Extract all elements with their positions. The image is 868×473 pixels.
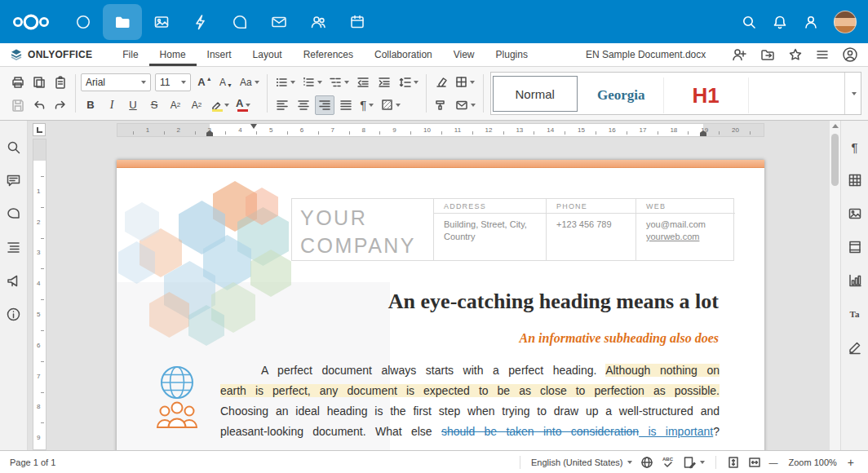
signature-settings-button[interactable] bbox=[845, 338, 865, 357]
vertical-ruler[interactable]: 123456789 bbox=[33, 139, 46, 450]
app-dashboard-button[interactable] bbox=[64, 4, 103, 40]
headerfooter-settings-button[interactable] bbox=[845, 237, 865, 257]
right-panel: ¶ Ta bbox=[840, 121, 868, 450]
mail-merge-button[interactable] bbox=[453, 95, 478, 115]
tab-collaboration[interactable]: Collaboration bbox=[364, 43, 443, 66]
nonprinting-characters-button[interactable]: ¶ bbox=[357, 95, 377, 115]
tab-layout[interactable]: Layout bbox=[242, 43, 293, 66]
about-button[interactable] bbox=[4, 304, 24, 324]
home-toolbar: Arial 11 A▲ A▼ Aa B I U S bbox=[0, 67, 868, 121]
app-talk-button[interactable] bbox=[220, 4, 259, 40]
multilevel-list-button[interactable] bbox=[326, 73, 352, 92]
style-normal[interactable]: Normal bbox=[493, 76, 578, 112]
fit-page-button[interactable] bbox=[723, 453, 744, 471]
styles-gallery-expand-button[interactable] bbox=[844, 73, 861, 114]
textart-settings-button[interactable]: Ta bbox=[845, 304, 865, 324]
italic-button[interactable]: I bbox=[102, 95, 122, 115]
decrease-indent-button[interactable] bbox=[353, 73, 373, 92]
numbered-list-button[interactable] bbox=[299, 73, 325, 92]
superscript-button[interactable]: A2 bbox=[166, 95, 185, 115]
app-photos-button[interactable] bbox=[142, 4, 181, 40]
align-right-button[interactable] bbox=[315, 95, 334, 115]
tab-references[interactable]: References bbox=[293, 43, 364, 66]
fit-width-button[interactable] bbox=[744, 453, 765, 471]
chat-panel-button[interactable] bbox=[4, 204, 24, 223]
copy-style-button[interactable] bbox=[432, 95, 451, 115]
bullet-list-button[interactable] bbox=[272, 73, 298, 92]
redo-button[interactable] bbox=[51, 95, 70, 115]
bold-button[interactable]: B bbox=[81, 95, 100, 115]
image-settings-button[interactable] bbox=[845, 204, 865, 223]
tab-home[interactable]: Home bbox=[149, 43, 197, 66]
company-info-table: ADDRESS PHONE WEB Building, Street, City… bbox=[291, 198, 734, 261]
search-panel-button[interactable] bbox=[4, 137, 24, 157]
document-page[interactable]: YOUR COMPANY ADDRESS PHONE WEB Building,… bbox=[117, 160, 764, 462]
align-left-button[interactable] bbox=[272, 95, 292, 115]
style-georgia[interactable]: Georgia bbox=[579, 77, 664, 113]
increment-font-button[interactable]: A▲ bbox=[195, 73, 215, 92]
tab-plugins[interactable]: Plugins bbox=[485, 43, 538, 66]
notifications-bell-icon[interactable] bbox=[772, 14, 788, 30]
line-spacing-button[interactable] bbox=[396, 73, 421, 92]
app-mail-button[interactable] bbox=[259, 4, 299, 40]
scroll-up-arrow[interactable] bbox=[832, 124, 839, 128]
clear-style-button[interactable] bbox=[432, 73, 451, 92]
navigation-panel-button[interactable] bbox=[4, 237, 24, 257]
contacts-menu-icon[interactable] bbox=[803, 14, 819, 30]
favorite-star-icon[interactable] bbox=[788, 47, 803, 62]
user-avatar[interactable] bbox=[834, 11, 857, 33]
track-changes-button[interactable] bbox=[679, 453, 709, 471]
first-line-indent-marker[interactable] bbox=[250, 124, 257, 129]
strikethrough-button[interactable]: S bbox=[144, 95, 164, 115]
paragraph-shading-button[interactable] bbox=[379, 95, 403, 115]
app-contacts-button[interactable] bbox=[299, 4, 338, 40]
spellcheck-button[interactable]: ABC bbox=[658, 453, 679, 471]
tab-stop-selector[interactable] bbox=[33, 123, 46, 136]
app-activity-button[interactable] bbox=[181, 4, 220, 40]
save-copy-icon[interactable] bbox=[760, 47, 776, 62]
underline-button[interactable]: U bbox=[123, 95, 143, 115]
share-user-add-icon[interactable] bbox=[731, 47, 747, 62]
change-case-button[interactable]: Aa bbox=[237, 73, 262, 92]
community-globe-icon bbox=[153, 364, 201, 429]
save-button[interactable] bbox=[8, 95, 28, 115]
vertical-scrollbar[interactable] bbox=[829, 121, 840, 450]
paragraph-settings-button[interactable]: ¶ bbox=[845, 137, 865, 157]
table-settings-button[interactable] bbox=[845, 170, 865, 190]
font-color-button[interactable]: A bbox=[233, 95, 253, 115]
feedback-button[interactable] bbox=[4, 271, 24, 290]
subscript-button[interactable]: A2 bbox=[187, 95, 206, 115]
document-language-button[interactable] bbox=[636, 453, 658, 471]
nextcloud-logo-icon[interactable] bbox=[11, 11, 51, 33]
highlight-color-button[interactable] bbox=[208, 95, 232, 115]
copy-button[interactable] bbox=[29, 73, 49, 92]
decrement-font-button[interactable]: A▼ bbox=[216, 73, 236, 92]
tab-file[interactable]: File bbox=[112, 43, 148, 66]
app-calendar-button[interactable] bbox=[338, 4, 377, 40]
undo-button[interactable] bbox=[29, 95, 49, 115]
zoom-out-button[interactable]: — bbox=[765, 453, 782, 471]
style-h1[interactable]: H1 bbox=[664, 77, 749, 113]
chart-settings-button[interactable] bbox=[845, 271, 865, 290]
font-name-select[interactable]: Arial bbox=[81, 73, 151, 91]
hamburger-menu-icon[interactable] bbox=[815, 48, 830, 61]
tab-view[interactable]: View bbox=[443, 43, 485, 66]
zoom-in-button[interactable]: + bbox=[844, 453, 858, 471]
align-justify-button[interactable] bbox=[336, 95, 356, 115]
increase-indent-button[interactable] bbox=[374, 73, 394, 92]
paste-button[interactable] bbox=[51, 73, 70, 92]
onlyoffice-logo-icon bbox=[10, 48, 23, 61]
print-button[interactable] bbox=[8, 73, 28, 92]
language-selector[interactable]: English (United States) bbox=[527, 453, 636, 471]
comments-panel-button[interactable] bbox=[4, 170, 24, 190]
global-search-icon[interactable] bbox=[741, 14, 757, 30]
horizontal-ruler[interactable]: 1234567891011121314151617181920 bbox=[117, 123, 764, 137]
app-files-button[interactable] bbox=[103, 4, 142, 40]
account-icon[interactable] bbox=[842, 46, 858, 63]
font-size-select[interactable]: 11 bbox=[155, 73, 191, 91]
onlyoffice-menubar: ONLYOFFICE File Home Insert Layout Refer… bbox=[0, 43, 868, 67]
table-borders-button[interactable] bbox=[453, 73, 477, 92]
align-center-button[interactable] bbox=[294, 95, 313, 115]
scrollbar-thumb[interactable] bbox=[831, 134, 839, 186]
tab-insert[interactable]: Insert bbox=[197, 43, 242, 66]
